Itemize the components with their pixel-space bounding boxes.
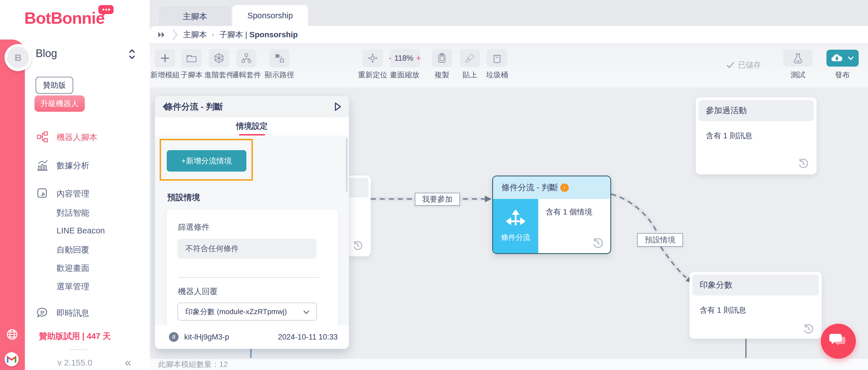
flask-icon [793,53,803,64]
zoom-value: 118% [395,54,413,63]
node-condition-split[interactable]: 條件分流 - 判斷 ↑ 條件分流 含有 1 個情境 [492,175,611,254]
condition-settings-panel: 條件分流 - 判斷 情境設定 +新增分流情境 預設情境 篩選條件 不符合任何條件… [155,96,349,349]
publish-button[interactable] [827,50,859,67]
double-chevron-icon[interactable] [157,31,167,38]
sidebar-subitem-line-beacon[interactable]: LINE Beacon [0,225,150,237]
arrowhead-into-condition [485,196,492,202]
zoom-control: - 118% + [390,49,420,67]
sidebar-item-label: 數據分析 [57,160,89,171]
bot-reply-select[interactable]: 印象分數 (module-xZzRTpmwj) [178,303,317,321]
plus-icon [160,53,170,63]
breadcrumb: 主腳本 › 子腳本 | Sponsorship [150,26,868,43]
breadcrumb-current: 子腳本 | Sponsorship [219,29,298,40]
upgrade-bot-button[interactable]: 升級機器人 [34,95,85,112]
node-scenario-count: 含有 1 個情境 [546,207,592,217]
logic-kit-button[interactable] [236,49,256,67]
panel-scrollbar[interactable] [346,138,347,192]
trial-status[interactable]: 贊助版試用 | 447 天 [0,331,150,342]
edge-label-join[interactable]: 我要參加 [415,193,460,206]
script-tabstrip: 主腳本 Sponsorship [150,0,868,26]
bot-reply-selected-value: 印象分數 (module-xZzRTpmwj) [185,307,287,317]
sidebar-subitem-auto-reply[interactable]: 自動回覆 [0,243,150,256]
filter-condition-label: 篩選條件 [178,222,210,233]
sub-script-button[interactable] [181,49,202,67]
flow-icon [36,131,49,143]
play-preview-icon[interactable] [333,102,343,112]
recenter-button[interactable] [363,49,383,67]
app-root: 參加過活動 含有 1 則訊息 條件分流 - 判斷 ↑ [0,0,868,370]
breadcrumb-separator: › [212,31,214,39]
default-scenario-heading: 預設情境 [167,192,200,203]
sidebar-subitem-dialog-ai[interactable]: 對話智能 [0,206,150,219]
panel-title: 條件分流 - 判斷 [164,101,223,112]
sidebar-item-label: 機器人腳本 [57,132,97,143]
chevron-down-icon [302,308,310,316]
test-button[interactable] [783,50,813,67]
trash-button[interactable] [487,49,507,67]
sidebar-item-instant-messages[interactable]: 即時訊息 [0,306,150,319]
zoom-out-button[interactable]: - [389,53,392,63]
move-arrows-icon [506,210,525,229]
add-module-button[interactable] [155,49,175,67]
tab-sponsorship[interactable]: Sponsorship [232,5,308,26]
node-title: 條件分流 - 判斷 [501,182,558,193]
advanced-kit-button[interactable] [209,49,229,67]
pink-rail [0,39,25,370]
history-icon[interactable] [797,158,809,169]
breadcrumb-chevron-band-icon [172,29,178,40]
tab-scenario-settings[interactable]: 情境設定 [236,121,268,132]
canvas-toolbar: 新增模組 子腳本 進階套件 邏輯套件 顯示路徑 重新定位 - 118% + 畫面… [150,43,868,88]
folder-icon [186,53,197,63]
condition-split-tile[interactable]: 條件分流 [493,199,538,253]
bot-reply-label: 機器人回覆 [178,286,218,297]
node-title: 印象分數 [692,275,819,296]
add-branch-scenario-button[interactable]: +新增分流情境 [167,150,246,172]
plan-badge: 贊助版 [36,77,73,94]
zoom-in-button[interactable]: + [416,53,421,63]
workspace-name: Blog [36,47,57,59]
bar-chart-icon [36,159,49,171]
workspace-row[interactable]: Blog [36,47,137,60]
breadcrumb-current-name: Sponsorship [249,30,298,39]
back-icon[interactable] [161,102,170,111]
default-scenario-card: 篩選條件 不符合任何條件 機器人回覆 印象分數 (module-xZzRTpmw… [167,209,338,334]
collapse-sidebar-icon[interactable]: « [125,356,131,369]
sidebar-item-bot-scripts[interactable]: 機器人腳本 [0,131,150,143]
paste-button[interactable] [460,49,480,67]
support-chat-fab[interactable] [821,324,856,359]
breadcrumb-root[interactable]: 主腳本 [183,29,207,40]
tab-main-script[interactable]: 主腳本 [160,7,230,26]
brush-icon [465,53,475,64]
trash-icon [492,53,502,63]
divider [69,349,88,350]
copy-button[interactable] [432,49,452,67]
node-impression-score[interactable]: 印象分數 含有 1 則訊息 [689,272,822,339]
show-paths-button[interactable] [269,49,290,67]
history-icon[interactable] [802,323,814,335]
tile-label: 條件分流 [501,233,530,242]
history-icon[interactable] [592,237,604,249]
bot-avatar[interactable]: B [4,44,32,71]
chat-bubble-icon [36,306,49,319]
panel-footer: # kit-lHj9gM3-p 2024-10-11 10:33 [155,325,349,349]
sidebar-item-analytics[interactable]: 數據分析 [0,159,150,171]
sidebar-subitem-welcome-screen[interactable]: 歡迎畫面 [0,262,150,274]
org-chart-icon [241,53,252,64]
node-past-event[interactable]: 參加過活動 含有 1 則訊息 [695,97,816,174]
last-edited-timestamp: 2024-10-11 10:33 [278,333,338,341]
kit-id: kit-lHj9gM3-p [184,333,229,341]
cloud-upload-icon [831,54,843,62]
chevron-down-icon [847,56,854,61]
tab-underline [239,134,265,135]
flow-canvas[interactable]: 參加過活動 含有 1 則訊息 條件分流 - 判斷 ↑ [150,88,868,370]
trash-label: 垃圾桶 [474,70,520,80]
filter-condition-value: 不符合任何條件 [178,239,316,259]
edge-label-default-case[interactable]: 預設情境 [637,233,683,247]
node-message-count: 含有 1 則訊息 [706,131,752,141]
sidebar-item-content[interactable]: 內容管理 [0,187,150,200]
history-icon[interactable] [352,240,363,251]
divider [178,277,319,278]
botbonnie-logo[interactable]: BotBonnie [24,8,118,34]
sidebar-subitem-menu-management[interactable]: 選單管理 [0,280,150,292]
workspace-switch-icon[interactable] [128,48,136,60]
